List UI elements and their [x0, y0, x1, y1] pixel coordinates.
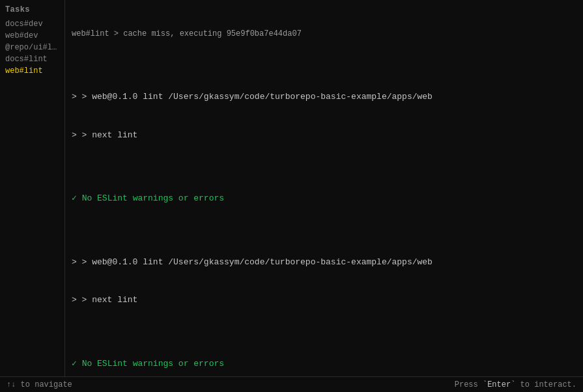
- status-left: ↑↓ to navigate: [7, 380, 72, 389]
- terminal-output: web#lint > cache miss, executing 95e9f0b…: [65, 0, 583, 376]
- terminal-line-2: > > next lint: [72, 129, 576, 142]
- sidebar: Tasks docs#dev web#dev @repo/ui#lint doc…: [0, 0, 65, 376]
- terminal-line-1: > > web@0.1.0 lint /Users/gkassym/code/t…: [72, 91, 576, 104]
- status-press-label: Press: [455, 380, 483, 389]
- status-interact-label: to interact.: [515, 380, 576, 389]
- terminal-line-success-2: ✓ No ESLint warnings or errors: [72, 357, 576, 371]
- sidebar-item-web-lint[interactable]: web#lint: [0, 65, 64, 77]
- terminal-line-4: > > next lint: [72, 294, 576, 307]
- main-content: web#lint > cache miss, executing 95e9f0b…: [65, 0, 583, 376]
- terminal-text-3: > web@0.1.0 lint /Users/gkassym/code/tur…: [82, 257, 433, 267]
- sidebar-title: Tasks: [0, 0, 64, 18]
- sidebar-item-docs-dev[interactable]: docs#dev: [0, 18, 64, 30]
- terminal-line-success-1: ✓ No ESLint warnings or errors: [72, 192, 576, 205]
- app-container: Tasks docs#dev web#dev @repo/ui#lint doc…: [0, 0, 583, 376]
- status-enter-key: `Enter`: [483, 380, 515, 389]
- status-right: Press `Enter` to interact.: [72, 380, 576, 389]
- sidebar-item-docs-lint[interactable]: docs#lint: [0, 53, 64, 65]
- terminal-text-2: > next lint: [82, 130, 138, 140]
- terminal-line-3: > > web@0.1.0 lint /Users/gkassym/code/t…: [72, 256, 576, 269]
- sidebar-item-repo-ui-lint[interactable]: @repo/ui#lint: [0, 42, 64, 53]
- sidebar-item-web-dev[interactable]: web#dev: [0, 30, 64, 42]
- status-bar: ↑↓ to navigate Press `Enter` to interact…: [0, 376, 583, 392]
- terminal-text-4: > next lint: [82, 295, 138, 305]
- terminal-header: web#lint > cache miss, executing 95e9f0b…: [72, 28, 576, 40]
- terminal-text-1: > web@0.1.0 lint /Users/gkassym/code/tur…: [82, 92, 433, 102]
